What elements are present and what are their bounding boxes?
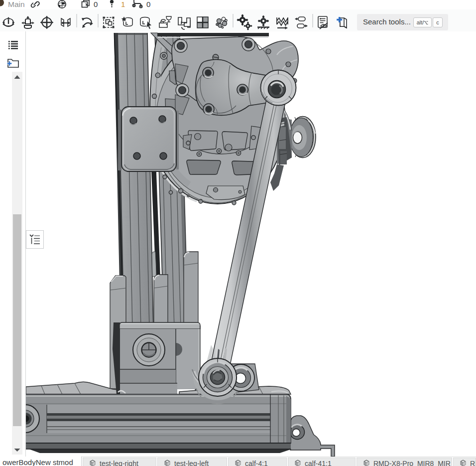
svg-text:Main: Main	[8, 0, 25, 8]
svg-text:1: 1	[121, 0, 125, 8]
svg-text:0: 0	[94, 0, 98, 8]
svg-text:0: 0	[146, 0, 150, 8]
